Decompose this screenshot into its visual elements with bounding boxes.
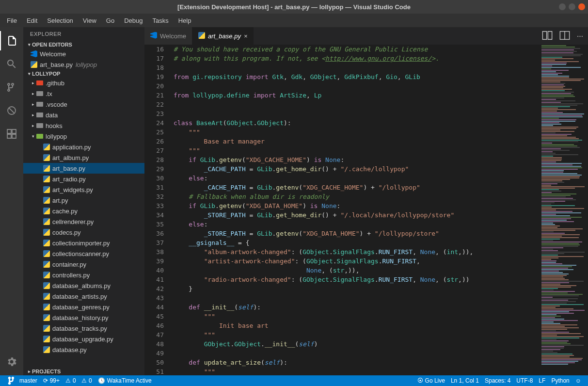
file-item[interactable]: cellrenderer.py [23,216,144,227]
main-area: EXPLORER ▾ OPEN EDITORS Welcomeart_base.… [0,27,588,375]
code-line: else: [174,174,540,183]
activity-extensions[interactable] [0,124,23,144]
python-file-icon [43,154,50,161]
menu-help[interactable]: Help [174,15,196,26]
python-file-icon [43,335,50,343]
minimap[interactable] [540,45,588,375]
file-item[interactable]: database_albums.py [23,280,144,291]
file-item[interactable]: database_genres.py [23,302,144,312]
close-icon[interactable]: × [244,32,248,40]
folder-item[interactable]: ▸.tx [23,88,144,99]
menu-tasks[interactable]: Tasks [147,15,173,26]
code-line [174,109,540,118]
tab[interactable]: Welcome [144,27,192,45]
line-number: 50 [144,358,164,367]
file-item[interactable]: art_radio.py [23,174,144,184]
file-item[interactable]: database.py [23,344,144,355]
activity-debug[interactable] [0,101,23,120]
folder-item[interactable]: ▸.vscode [23,99,144,110]
menu-edit[interactable]: Edit [22,15,42,26]
tree-item-label: database_artists.py [52,293,107,300]
file-item[interactable]: database_tracks.py [23,323,144,334]
line-number: 16 [144,45,164,54]
file-item[interactable]: database_upgrade.py [23,334,144,344]
status-spaces[interactable]: Spaces: 4 [482,377,513,384]
line-number: 24 [144,118,164,128]
chevron-right-icon: ▸ [30,123,36,128]
code-line: __gsignals__ = { [174,238,540,247]
section-open-editors[interactable]: ▾ OPEN EDITORS [23,41,144,48]
status-eol[interactable]: LF [536,377,548,384]
status-cursor[interactable]: Ln 1, Col 1 [448,377,482,384]
python-file-icon [43,303,50,311]
file-item[interactable]: codecs.py [23,227,144,238]
file-item[interactable]: collectionscanner.py [23,248,144,259]
activity-explorer[interactable] [0,31,23,50]
menu-view[interactable]: View [78,15,101,26]
file-item[interactable]: container.py [23,259,144,270]
file-item[interactable]: database_artists.py [23,291,144,302]
python-file-icon [43,239,50,247]
code-line [174,63,540,72]
file-tree[interactable]: ▸.github▸.tx▸.vscode▸data▸hooks▾lollypop… [23,78,144,368]
status-branch[interactable]: master [4,375,40,386]
activity-search[interactable] [0,54,23,74]
folder-item[interactable]: ▸.github [23,78,144,88]
activity-settings[interactable] [0,352,23,371]
menu-selection[interactable]: Selection [42,15,78,26]
minimize-button[interactable] [559,3,566,10]
menu-file[interactable]: File [2,15,22,26]
editor[interactable]: 1617181920212223242526272829303132333435… [144,45,588,375]
section-projects[interactable]: ▸ PROJECTS [23,368,144,375]
code-line: _STORE_PATH = GLib.getenv("XDG_DATA_HOME… [174,229,540,238]
file-item[interactable]: art.py [23,195,144,206]
tree-item-label: database_albums.py [52,282,111,290]
line-number: 38 [144,247,164,257]
activity-scm[interactable] [0,78,23,97]
more-icon[interactable]: ⋯ [577,32,583,40]
maximize-button[interactable] [569,3,575,10]
tree-item-label: controllers.py [52,272,90,279]
compare-icon[interactable] [542,30,553,42]
status-feedback[interactable]: ☺ [572,377,584,384]
search-icon [6,58,17,70]
code-content[interactable]: # You should have received a copy of the… [172,45,540,375]
python-file-icon [43,250,50,257]
code-line: # along with this program. If not, see <… [174,54,540,63]
menu-debug[interactable]: Debug [119,15,147,26]
folder-item[interactable]: ▸data [23,110,144,120]
folder-item[interactable]: ▸hooks [23,120,144,131]
tab[interactable]: art_base.py× [192,27,254,45]
clock-icon: 🕓 [98,377,105,384]
status-golive[interactable]: ⦿ Go Live [414,377,448,384]
line-number: 28 [144,155,164,164]
file-item[interactable]: art_album.py [23,152,144,163]
close-button[interactable] [578,3,585,10]
python-file-icon [43,143,50,151]
folder-icon [36,79,44,87]
file-item[interactable]: art_base.py [23,163,144,174]
file-item[interactable]: database_history.py [23,312,144,323]
tree-item-label: lollypop [46,133,67,140]
file-item[interactable]: collectionimporter.py [23,238,144,248]
status-encoding[interactable]: UTF-8 [513,377,536,384]
open-editor-item[interactable]: art_base.pylollypop [23,59,144,70]
status-problems[interactable]: ⚠0 ⚠0 [63,377,95,384]
status-lang[interactable]: Python [548,377,572,384]
menu-go[interactable]: Go [101,15,119,26]
open-editor-item[interactable]: Welcome [23,48,144,59]
file-item[interactable]: art_widgets.py [23,184,144,195]
status-sync[interactable]: ⟳ 99+ [40,377,63,384]
status-wakatime[interactable]: 🕓 WakaTime Active [95,377,155,384]
file-item[interactable]: cache.py [23,206,144,216]
split-editor-icon[interactable] [559,30,570,42]
tree-item-label: art.py [52,197,68,204]
line-number: 36 [144,229,164,238]
section-workspace[interactable]: ▾ LOLLYPOP [23,70,144,78]
folder-item[interactable]: ▾lollypop [23,131,144,142]
line-number: 44 [144,303,164,312]
file-item[interactable]: application.py [23,142,144,152]
file-item[interactable]: controllers.py [23,270,144,280]
line-number: 47 [144,330,164,339]
error-icon: ⚠ [65,377,71,384]
